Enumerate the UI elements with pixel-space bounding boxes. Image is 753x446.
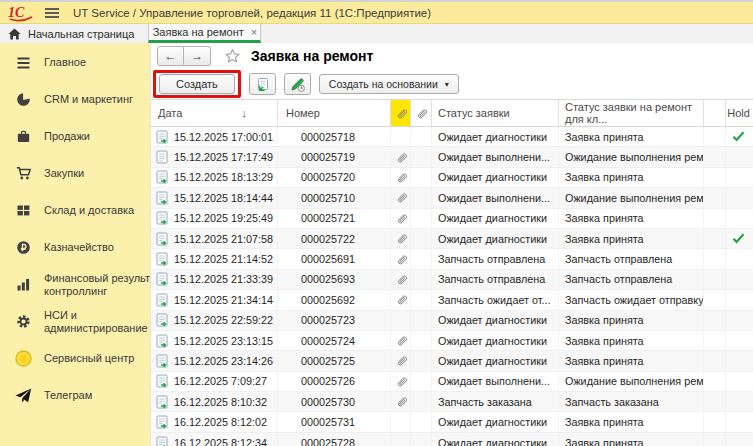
cell-attachment-2[interactable]	[411, 229, 432, 248]
cell-spacer[interactable]	[704, 392, 726, 411]
cell-status[interactable]: Ожидает выполнени...	[432, 188, 559, 207]
forward-button[interactable]: →	[184, 46, 211, 66]
cell-hold[interactable]	[726, 290, 751, 309]
table-row[interactable]: 15.12.2025 21:33:39000025693Запчасть отп…	[151, 270, 753, 290]
sidebar-item-telegram[interactable]: Телеграм	[0, 377, 150, 414]
cell-hold[interactable]	[726, 188, 751, 207]
cell-hold[interactable]	[726, 147, 751, 166]
cell-hold[interactable]	[726, 392, 751, 411]
cell-status-client[interactable]: Заявка принята	[559, 127, 704, 146]
table-row[interactable]: 16.12.2025 7:09:27000025726Ожидает выпол…	[151, 372, 753, 392]
cell-date[interactable]: 15.12.2025 18:13:29	[151, 168, 278, 187]
table-row[interactable]: 15.12.2025 17:17:49000025719Ожидает выпо…	[151, 147, 753, 167]
tab-close-icon[interactable]: ×	[251, 27, 257, 38]
cell-number[interactable]: 000025728	[278, 433, 391, 446]
cell-spacer[interactable]	[704, 270, 726, 289]
cell-date[interactable]: 15.12.2025 18:14:44	[151, 188, 278, 207]
cell-status[interactable]: Ожидает выполнени...	[432, 147, 559, 166]
create-button[interactable]: Создать	[159, 74, 235, 94]
cell-date[interactable]: 15.12.2025 17:17:49	[151, 147, 278, 166]
cell-attachment[interactable]	[391, 311, 411, 330]
cell-number[interactable]: 000025693	[278, 270, 391, 289]
cell-spacer[interactable]	[704, 209, 726, 228]
cell-status[interactable]: Ожидает выполнени...	[432, 372, 559, 391]
cell-attachment-2[interactable]	[411, 249, 432, 268]
sidebar-item-crm[interactable]: CRM и маркетинг	[0, 81, 150, 118]
back-button[interactable]: ←	[157, 46, 184, 66]
cell-hold[interactable]	[726, 412, 751, 431]
cell-status[interactable]: Запчасть заказана	[432, 392, 559, 411]
cell-attachment[interactable]	[391, 331, 411, 350]
table-row[interactable]: 15.12.2025 19:25:49000025721Ожидает диаг…	[151, 209, 753, 229]
table-row[interactable]: 15.12.2025 18:14:44000025710Ожидает выпо…	[151, 188, 753, 208]
main-menu-icon[interactable]	[45, 8, 59, 18]
cell-spacer[interactable]	[704, 249, 726, 268]
column-header-status[interactable]: Статус заявки	[432, 100, 559, 126]
create-based-on-button[interactable]: Создать на основании ▾	[319, 74, 459, 94]
cell-number[interactable]: 000025723	[278, 311, 391, 330]
cell-status-client[interactable]: Заявка принята	[559, 311, 704, 330]
cell-number[interactable]: 000025721	[278, 209, 391, 228]
cell-number[interactable]: 000025720	[278, 168, 391, 187]
sidebar-item-prodazhi[interactable]: Продажи	[0, 118, 150, 155]
cell-hold[interactable]	[726, 168, 751, 187]
sidebar-item-sklad[interactable]: Склад и доставка	[0, 192, 150, 229]
cell-attachment[interactable]	[391, 127, 411, 146]
cell-attachment[interactable]	[391, 147, 411, 166]
cell-attachment-2[interactable]	[411, 290, 432, 309]
cell-number[interactable]: 000025692	[278, 290, 391, 309]
cell-hold[interactable]	[726, 209, 751, 228]
cell-hold[interactable]	[726, 372, 751, 391]
cell-attachment[interactable]	[391, 351, 411, 370]
cell-status-client[interactable]: Запчасть заказана	[559, 392, 704, 411]
cell-hold[interactable]	[726, 351, 751, 370]
table-row[interactable]: 16.12.2025 8:12:34000025728Ожидает диагн…	[151, 433, 753, 446]
cell-hold[interactable]	[726, 433, 751, 446]
table-row[interactable]: 15.12.2025 17:00:01000025718Ожидает диаг…	[151, 127, 753, 147]
cell-status[interactable]: Ожидает диагностики	[432, 229, 559, 248]
column-header-hold[interactable]: Hold	[726, 100, 751, 126]
cell-spacer[interactable]	[704, 147, 726, 166]
sidebar-item-glavnoe[interactable]: Главное	[0, 44, 150, 81]
cell-status[interactable]: Запчасть ожидает от...	[432, 290, 559, 309]
table-row[interactable]: 15.12.2025 23:14:26000025725Ожидает диаг…	[151, 351, 753, 371]
cell-status-client[interactable]: Заявка принята	[559, 209, 704, 228]
cell-attachment-2[interactable]	[411, 351, 432, 370]
table-row[interactable]: 15.12.2025 21:34:14000025692Запчасть ожи…	[151, 290, 753, 310]
favorite-star-icon[interactable]	[224, 48, 241, 64]
cell-number[interactable]: 000025691	[278, 249, 391, 268]
cell-date[interactable]: 16.12.2025 8:10:32	[151, 392, 278, 411]
cell-attachment[interactable]	[391, 372, 411, 391]
sidebar-item-finrezultat[interactable]: Финансовый результат иконтроллинг	[0, 266, 150, 303]
cell-date[interactable]: 15.12.2025 21:14:52	[151, 249, 278, 268]
cell-attachment[interactable]	[391, 188, 411, 207]
table-row[interactable]: 15.12.2025 18:13:29000025720Ожидает диаг…	[151, 168, 753, 188]
cell-status-client[interactable]: Запчасть отправлена	[559, 270, 704, 289]
cell-attachment-2[interactable]	[411, 209, 432, 228]
cell-number[interactable]: 000025722	[278, 229, 391, 248]
cell-status-client[interactable]: Запчасть отправлена	[559, 249, 704, 268]
cell-spacer[interactable]	[704, 311, 726, 330]
cell-spacer[interactable]	[704, 290, 726, 309]
cell-number[interactable]: 000025710	[278, 188, 391, 207]
cell-spacer[interactable]	[704, 229, 726, 248]
table-row[interactable]: 16.12.2025 8:10:32000025730Запчасть зака…	[151, 392, 753, 412]
table-row[interactable]: 15.12.2025 21:14:52000025691Запчасть отп…	[151, 249, 753, 269]
cell-number[interactable]: 000025719	[278, 147, 391, 166]
cell-hold[interactable]	[726, 331, 751, 350]
cell-status-client[interactable]: Заявка принята	[559, 412, 704, 431]
column-header-number[interactable]: Номер	[278, 100, 391, 126]
cell-hold[interactable]	[726, 311, 751, 330]
cell-date[interactable]: 16.12.2025 8:12:34	[151, 433, 278, 446]
cell-hold[interactable]	[726, 249, 751, 268]
cell-date[interactable]: 15.12.2025 22:59:22	[151, 311, 278, 330]
table-row[interactable]: 15.12.2025 23:13:15000025724Ожидает диаг…	[151, 331, 753, 351]
table-row[interactable]: 15.12.2025 22:59:22000025723Ожидает диаг…	[151, 311, 753, 331]
cell-spacer[interactable]	[704, 351, 726, 370]
home-page-tab[interactable]: Начальная страница	[0, 24, 148, 43]
sidebar-item-zakupki[interactable]: Закупки	[0, 155, 150, 192]
cell-spacer[interactable]	[704, 433, 726, 446]
cell-status[interactable]: Ожидает диагностики	[432, 127, 559, 146]
deferred-posting-button[interactable]	[284, 73, 311, 95]
cell-date[interactable]: 16.12.2025 7:09:27	[151, 372, 278, 391]
